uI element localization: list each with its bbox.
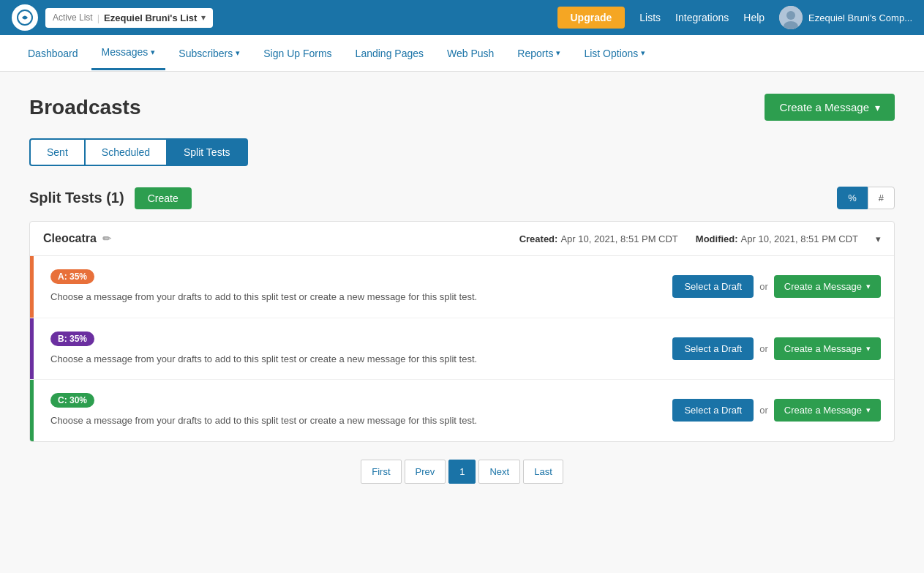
svg-point-2 [786,11,795,20]
variant-text-c: Choose a message from your drafts to add… [50,413,504,428]
logo-icon [12,4,38,31]
split-test-card: Cleocatra ✏ Created: Apr 10, 2021, 8:51 … [29,221,895,442]
create-message-button-c[interactable]: Create a Message ▾ [774,399,881,422]
broadcast-tabs: Sent Scheduled Split Tests [29,138,895,166]
create-message-button-b[interactable]: Create a Message ▾ [774,337,881,360]
top-bar-left: Active List | Ezequiel Bruni's List ▾ [12,4,213,31]
tab-split-tests[interactable]: Split Tests [168,138,248,166]
create-msg-label-b: Create a Message [784,343,862,354]
active-list-selector[interactable]: Active List | Ezequiel Bruni's List ▾ [45,8,213,28]
create-msg-label-a: Create a Message [784,281,862,292]
variant-text-a: Choose a message from your drafts to add… [50,290,504,304]
user-avatar [779,6,803,29]
variant-content-c: C: 30% Choose a message from your drafts… [43,393,672,428]
user-info[interactable]: Ezequiel Bruni's Comp... [779,6,912,29]
create-split-test-button[interactable]: Create [135,187,192,209]
variant-actions-a: Select a Draft or Create a Message ▾ [672,275,881,298]
view-toggle-number[interactable]: # [868,187,895,209]
variant-accent-a [30,256,34,318]
page-last-button[interactable]: Last [523,460,563,484]
edit-icon[interactable]: ✏ [102,233,111,244]
or-text-b: or [759,343,768,354]
created-date: Apr 10, 2021, 8:51 PM CDT [560,233,677,244]
page-first-button[interactable]: First [361,460,401,484]
card-meta: Created: Apr 10, 2021, 8:51 PM CDT Modif… [519,233,881,244]
nav-dashboard[interactable]: Dashboard [18,37,89,70]
create-msg-label-c: Create a Message [784,405,862,416]
variant-badge-a: A: 35% [50,269,94,284]
select-draft-button-a[interactable]: Select a Draft [672,275,754,298]
or-text-c: or [759,405,768,416]
variant-row-a: A: 35% Choose a message from your drafts… [30,256,894,318]
modified-date: Apr 10, 2021, 8:51 PM CDT [741,233,858,244]
variant-accent-c [30,380,34,441]
select-draft-button-c[interactable]: Select a Draft [672,399,754,422]
create-msg-caret-a: ▾ [866,282,871,291]
nav-lists[interactable]: Lists [639,12,661,23]
created-meta: Created: Apr 10, 2021, 8:51 PM CDT [519,233,678,244]
split-tests-title-row: Split Tests (1) Create [29,187,192,209]
create-msg-caret-b: ▾ [866,344,871,353]
create-message-button[interactable]: Create a Message ▾ [765,94,895,121]
nav-reports[interactable]: Reports ▾ [507,37,571,70]
nav-integrations[interactable]: Integrations [675,12,729,23]
broadcasts-header: Broadcasts Create a Message ▾ [29,94,895,121]
nav-messages[interactable]: Messages ▾ [91,36,166,70]
variant-badge-b: B: 35% [50,332,94,346]
card-title-row: Cleocatra ✏ [43,232,111,245]
created-label: Created: [519,233,558,244]
card-name: Cleocatra [43,232,97,245]
variant-accent-b [30,318,34,380]
variant-actions-b: Select a Draft or Create a Message ▾ [672,337,881,360]
nav-help[interactable]: Help [743,12,765,23]
top-bar-right: Upgrade Lists Integrations Help Ezequiel… [557,6,913,29]
nav-web-push[interactable]: Web Push [437,37,504,70]
page-prev-button[interactable]: Prev [405,460,446,484]
page-title: Broadcasts [29,96,141,119]
tab-sent[interactable]: Sent [29,138,86,166]
nav-landing-pages[interactable]: Landing Pages [345,37,434,70]
active-list-name: Ezequiel Bruni's List [104,12,197,23]
split-tests-header: Split Tests (1) Create % # [29,187,895,209]
top-bar: Active List | Ezequiel Bruni's List ▾ Up… [0,0,924,35]
nav-subscribers[interactable]: Subscribers ▾ [168,37,250,70]
nav-signup-forms[interactable]: Sign Up Forms [253,37,342,70]
subscribers-caret: ▾ [236,48,240,58]
page-next-button[interactable]: Next [478,460,520,484]
page-content: Broadcasts Create a Message ▾ Sent Sched… [0,72,924,573]
variant-badge-c: C: 30% [50,393,94,408]
variant-actions-c: Select a Draft or Create a Message ▾ [672,399,881,422]
variant-content-a: A: 35% Choose a message from your drafts… [43,269,672,304]
view-toggle-percent[interactable]: % [837,187,868,209]
active-list-label: Active List [53,12,93,23]
list-dropdown-icon: ▾ [201,12,206,23]
secondary-nav: Dashboard Messages ▾ Subscribers ▾ Sign … [0,35,924,72]
nav-list-options[interactable]: List Options ▾ [574,37,656,70]
variant-row-c: C: 30% Choose a message from your drafts… [30,380,894,441]
variant-content-b: B: 35% Choose a message from your drafts… [43,332,672,367]
create-message-label: Create a Message [779,101,869,113]
select-draft-button-b[interactable]: Select a Draft [672,337,754,360]
create-message-button-a[interactable]: Create a Message ▾ [774,275,881,298]
list-options-caret: ▾ [641,48,645,58]
collapse-icon[interactable]: ▾ [876,233,881,244]
view-toggle: % # [837,187,895,209]
page-1-button[interactable]: 1 [448,460,476,484]
card-header: Cleocatra ✏ Created: Apr 10, 2021, 8:51 … [30,222,894,256]
or-text-a: or [759,281,768,292]
user-name: Ezequiel Bruni's Comp... [808,12,912,23]
reports-caret: ▾ [556,48,560,58]
pagination: First Prev 1 Next Last [29,460,895,484]
variant-row-b: B: 35% Choose a message from your drafts… [30,318,894,381]
messages-caret: ▾ [151,48,155,57]
split-tests-title: Split Tests (1) [29,190,124,206]
upgrade-button[interactable]: Upgrade [557,7,626,29]
tab-scheduled[interactable]: Scheduled [86,138,168,166]
create-msg-caret-c: ▾ [866,405,871,415]
modified-label: Modified: [696,233,738,244]
create-message-caret: ▾ [875,102,880,113]
variant-text-b: Choose a message from your drafts to add… [50,352,504,367]
modified-meta: Modified: Apr 10, 2021, 8:51 PM CDT [696,233,858,244]
